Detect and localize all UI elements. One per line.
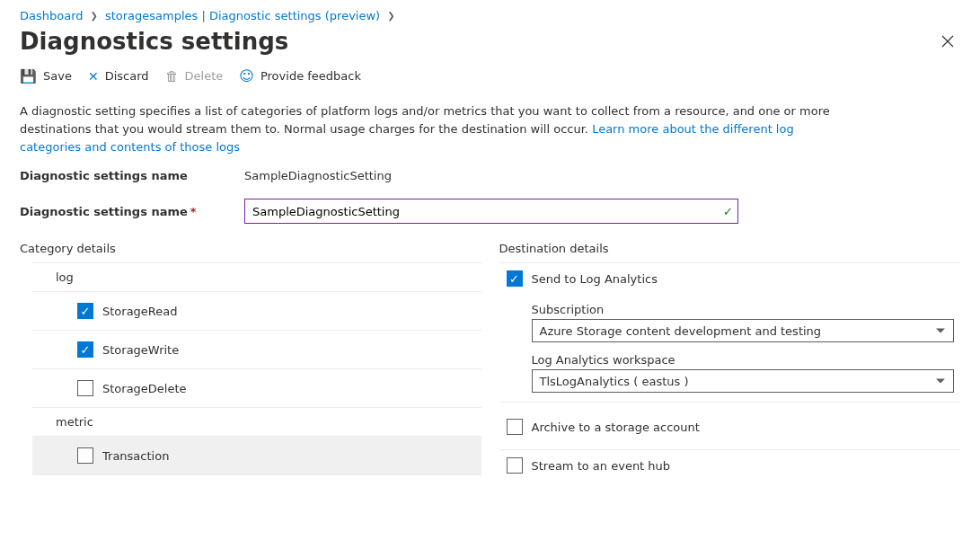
checkbox-unchecked-icon[interactable] — [507, 419, 523, 435]
chevron-right-icon: ❯ — [91, 11, 98, 21]
feedback-label: Provide feedback — [260, 69, 361, 83]
setting-name-label: Diagnostic settings name — [20, 169, 244, 182]
setting-name-value: SampleDiagnosticSetting — [244, 169, 392, 182]
close-button[interactable] — [935, 29, 960, 54]
dest-stream-eventhub[interactable]: Stream to an event hub — [499, 450, 961, 481]
log-option-storageread[interactable]: StorageRead — [32, 292, 481, 331]
save-label: Save — [43, 69, 72, 83]
breadcrumb-dashboard[interactable]: Dashboard — [20, 9, 84, 22]
dest-send-log-analytics[interactable]: Send to Log Analytics — [499, 263, 961, 294]
feedback-button[interactable]: Provide feedback — [239, 67, 361, 84]
checkbox-checked-icon[interactable] — [77, 303, 93, 319]
delete-button: Delete — [165, 68, 224, 84]
destination-details-title: Destination details — [499, 242, 961, 255]
discard-icon — [88, 69, 99, 84]
discard-label: Discard — [105, 69, 149, 83]
workspace-label: Log Analytics workspace — [532, 353, 961, 367]
checkbox-unchecked-icon[interactable] — [507, 457, 523, 474]
discard-button[interactable]: Discard — [88, 69, 149, 84]
breadcrumb-resource[interactable]: storagesamples | Diagnostic settings (pr… — [105, 9, 380, 22]
checkbox-checked-icon[interactable] — [77, 341, 93, 358]
log-option-storagewrite[interactable]: StorageWrite — [32, 331, 481, 369]
category-details-title: Category details — [20, 242, 481, 255]
metric-section-label: metric — [32, 408, 481, 437]
page-title: Diagnostics settings — [20, 28, 288, 55]
setting-name-input[interactable] — [244, 199, 738, 224]
breadcrumb: Dashboard ❯ storagesamples | Diagnostic … — [20, 9, 960, 22]
valid-check-icon: ✓ — [723, 205, 733, 218]
checkbox-unchecked-icon[interactable] — [77, 380, 93, 396]
description-text: A diagnostic setting specifies a list of… — [20, 102, 846, 156]
log-option-storagedelete[interactable]: StorageDelete — [32, 369, 481, 408]
log-section-label: log — [32, 262, 481, 292]
metric-option-transaction[interactable]: Transaction — [32, 437, 481, 475]
delete-label: Delete — [185, 69, 224, 83]
chevron-right-icon: ❯ — [387, 11, 394, 21]
save-icon — [20, 68, 37, 84]
delete-icon — [165, 68, 179, 84]
category-details-column: Category details log StorageRead Storage… — [20, 242, 481, 481]
destination-details-column: Destination details Send to Log Analytic… — [499, 242, 961, 481]
workspace-select[interactable]: TlsLogAnalytics ( eastus ) — [532, 369, 954, 393]
setting-name-input-label: Diagnostic settings name* — [20, 205, 244, 218]
feedback-icon — [239, 67, 254, 84]
subscription-label: Subscription — [532, 303, 961, 316]
checkbox-unchecked-icon[interactable] — [77, 447, 93, 464]
toolbar: Save Discard Delete Provide feedback — [20, 62, 960, 93]
checkbox-checked-icon[interactable] — [507, 270, 523, 287]
dest-archive-storage[interactable]: Archive to a storage account — [499, 412, 961, 442]
close-icon — [941, 35, 954, 48]
subscription-select[interactable]: Azure Storage content development and te… — [532, 319, 954, 342]
save-button[interactable]: Save — [20, 68, 72, 84]
